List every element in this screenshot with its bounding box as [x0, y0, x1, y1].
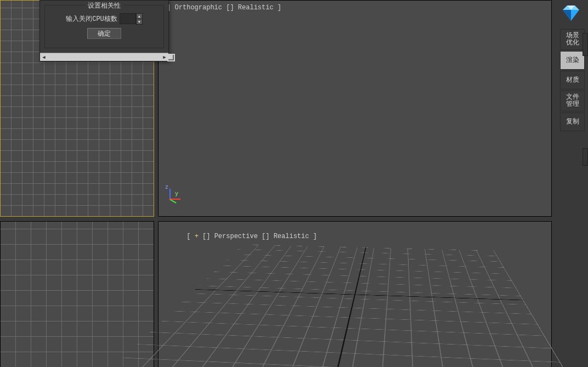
scroll-left-icon[interactable]: ◀: [40, 54, 48, 60]
axis-z-label: z: [165, 184, 168, 190]
spinner-down-icon[interactable]: ▼: [137, 19, 142, 24]
viewport-bottom-left[interactable]: [0, 221, 154, 367]
dialog-affinity-settings[interactable]: 设置相关性 输入关闭CPU核数 ▲ ▼ 确定 ◀ ▶: [39, 0, 169, 61]
viewport-active-icon: +: [195, 233, 199, 240]
spinner-cpu-cores[interactable]: ▲ ▼: [120, 13, 143, 25]
viewport-label[interactable]: [ + [] Perspective [] Realistic ]: [163, 225, 317, 248]
dialog-resize-handle[interactable]: [167, 54, 175, 61]
label-cpu-cores: 输入关闭CPU核数: [66, 14, 117, 24]
axis-gizmo: z y: [169, 189, 186, 205]
viewport-label[interactable]: [] Orthographic [] Realistic ]: [163, 4, 281, 12]
side-btn-file-management[interactable]: 文件 管理: [560, 91, 585, 111]
axis-y-label: y: [175, 191, 178, 197]
side-btn-material[interactable]: 材质: [560, 71, 585, 89]
right-strip: [584, 0, 588, 367]
spinner-up-icon[interactable]: ▲: [137, 14, 142, 19]
viewport-grid: [1, 222, 154, 367]
svg-marker-3: [563, 10, 571, 21]
dialog-scrollbar[interactable]: ◀ ▶: [40, 53, 168, 61]
dialog-legend: 设置相关性: [86, 1, 123, 10]
viewport-bottom-right[interactable]: [ + [] Perspective [] Realistic ]: [158, 221, 552, 367]
side-btn-scene-optimize[interactable]: 场景 优化: [560, 29, 585, 50]
side-btn-copy[interactable]: 复制: [560, 112, 585, 131]
viewport-top-right[interactable]: [] Orthographic [] Realistic ] z y: [158, 0, 552, 217]
perspective-grid: [107, 244, 580, 367]
gem-icon[interactable]: [559, 2, 583, 25]
side-btn-render[interactable]: 渲染: [560, 51, 585, 70]
spinner-input[interactable]: [120, 13, 136, 24]
ok-button[interactable]: 确定: [87, 28, 121, 39]
